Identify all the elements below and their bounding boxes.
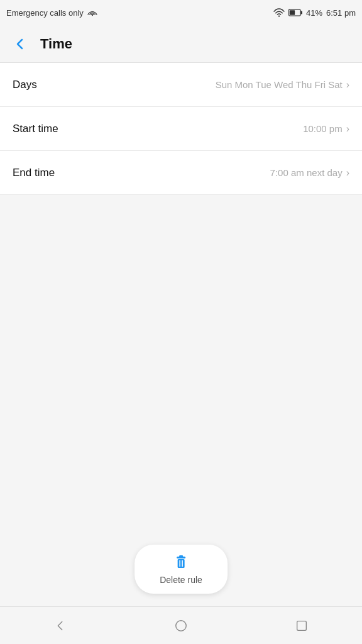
wifi-icon — [273, 7, 285, 18]
svg-rect-11 — [297, 621, 307, 630]
days-chevron-icon: › — [346, 79, 349, 91]
status-bar-left: Emergency calls only — [6, 8, 97, 18]
days-label: Days — [13, 79, 37, 91]
svg-rect-4 — [290, 10, 295, 15]
nav-home-icon — [174, 619, 188, 633]
back-button[interactable] — [10, 34, 30, 54]
battery-icon — [288, 8, 302, 17]
end-time-chevron-icon: › — [346, 167, 349, 179]
back-arrow-icon — [13, 36, 28, 52]
svg-rect-7 — [177, 559, 184, 568]
start-time-chevron-icon: › — [346, 123, 349, 135]
signal-icon — [87, 8, 97, 18]
delete-rule-label: Delete rule — [160, 575, 202, 585]
nav-recents-icon — [295, 619, 309, 633]
days-value: Sun Mon Tue Wed Thu Fri Sat › — [216, 79, 349, 91]
svg-rect-3 — [300, 11, 302, 14]
nav-back-button[interactable] — [41, 613, 79, 638]
delete-rule-button[interactable]: Delete rule — [134, 545, 228, 594]
page-title: Time — [40, 36, 72, 52]
svg-rect-6 — [179, 555, 183, 557]
start-time-value: 10:00 pm › — [303, 123, 349, 135]
end-time-label: End time — [13, 167, 55, 179]
end-time-row[interactable]: End time 7:00 am next day › — [0, 151, 362, 195]
time-text: 6:51 pm — [326, 8, 356, 18]
start-time-label: Start time — [13, 123, 58, 135]
nav-recents-button[interactable] — [283, 613, 321, 638]
nav-back-icon — [53, 619, 67, 633]
emergency-calls-text: Emergency calls only — [6, 8, 84, 18]
svg-point-1 — [278, 16, 280, 17]
svg-point-0 — [92, 14, 93, 16]
header: Time — [0, 25, 362, 63]
svg-point-10 — [176, 620, 187, 631]
delete-rule-container: Delete rule — [134, 545, 228, 594]
nav-home-button[interactable] — [162, 613, 200, 638]
end-time-value: 7:00 am next day › — [270, 167, 349, 179]
days-row[interactable]: Days Sun Mon Tue Wed Thu Fri Sat › — [0, 63, 362, 107]
battery-text: 41% — [306, 8, 322, 18]
status-bar: Emergency calls only 41% 6:51 pm — [0, 0, 362, 25]
settings-content: Days Sun Mon Tue Wed Thu Fri Sat › Start… — [0, 63, 362, 195]
status-bar-right: 41% 6:51 pm — [273, 7, 356, 18]
bottom-nav — [0, 606, 362, 644]
start-time-row[interactable]: Start time 10:00 pm › — [0, 107, 362, 151]
trash-icon — [172, 553, 190, 571]
